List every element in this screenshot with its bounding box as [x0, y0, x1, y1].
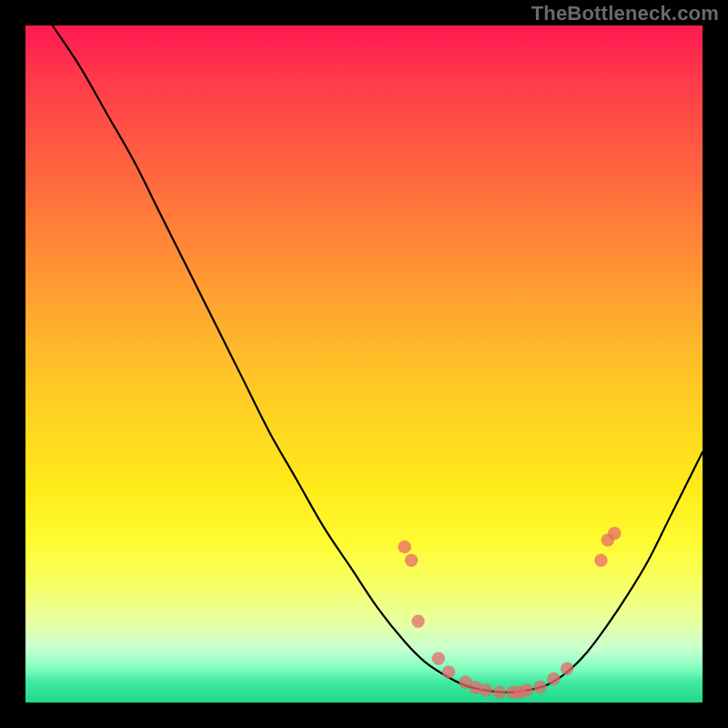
curve-marker: [533, 681, 546, 693]
curve-marker: [608, 527, 621, 540]
curve-marker: [561, 662, 573, 675]
curve-marker: [521, 684, 533, 697]
bottleneck-curve: [53, 25, 703, 693]
curve-marker: [480, 684, 492, 697]
curve-marker: [442, 666, 455, 679]
chart-svg: [25, 25, 703, 703]
curve-marker: [399, 541, 411, 553]
chart-frame: TheBottleneck.com: [0, 0, 728, 728]
curve-marker: [405, 554, 418, 567]
curve-marker: [412, 615, 425, 628]
curve-marker: [493, 686, 506, 699]
chart-plot-area: [25, 25, 703, 703]
curve-marker: [594, 554, 607, 567]
curve-markers: [399, 527, 622, 699]
curve-marker: [432, 652, 445, 665]
curve-marker: [547, 672, 560, 685]
watermark-text: TheBottleneck.com: [531, 2, 719, 25]
